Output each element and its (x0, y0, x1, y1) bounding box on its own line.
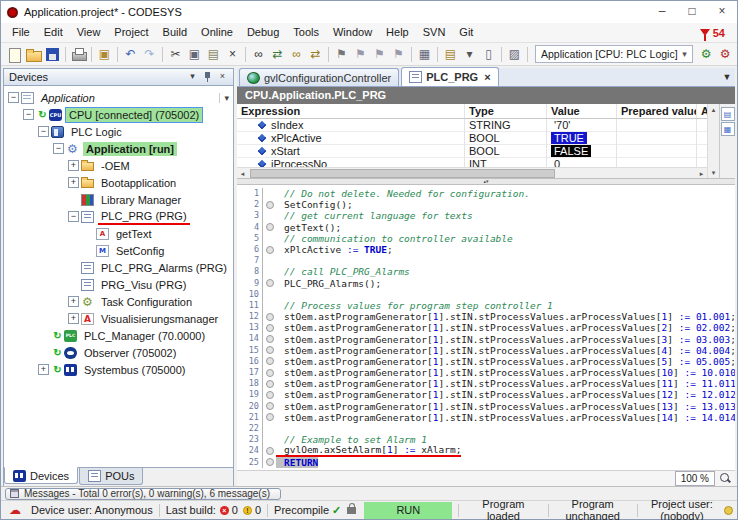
code-text[interactable] (276, 423, 290, 434)
tree-item[interactable]: −PLC_PRG (PRG) (4, 208, 233, 225)
code-text[interactable]: RETURN (276, 457, 318, 468)
tab-gvlConfigurationController[interactable]: gvlConfigurationController (239, 68, 399, 86)
batch-button[interactable]: ▨ (505, 45, 524, 64)
code-text[interactable]: stOem.astProgramGenerator[1].stIN.stProc… (276, 389, 735, 400)
breakpoint-marker[interactable] (263, 311, 276, 322)
code-text[interactable]: // communication to controller available (276, 233, 513, 244)
expander-icon[interactable]: + (68, 177, 79, 188)
expander-icon[interactable]: + (68, 313, 79, 324)
messages-tab[interactable]: Messages - Total 0 error(s), 0 warning(s… (5, 488, 281, 500)
find-in-project-button[interactable]: ∞ (287, 45, 306, 64)
value-cell[interactable]: FALSE (547, 145, 617, 158)
code-line[interactable]: 12stOem.astProgramGenerator[1].stIN.stPr… (237, 311, 735, 322)
breakpoint-marker[interactable] (263, 367, 276, 378)
generate-dropdown-button[interactable]: ▾ (460, 45, 479, 64)
pin-icon[interactable] (200, 70, 215, 84)
hscroll-thumb[interactable] (250, 169, 555, 178)
code-line[interactable]: 10 (237, 289, 735, 300)
code-line[interactable]: 22 (237, 423, 735, 434)
tree-item[interactable]: AgetText (4, 225, 233, 242)
tree-item[interactable]: −Application▾ (4, 89, 233, 106)
value-cell[interactable]: 0 (547, 158, 617, 168)
code-text[interactable]: stOem.astProgramGenerator[1].stIN.stProc… (276, 378, 735, 389)
breakpoint-marker[interactable] (263, 333, 276, 344)
code-text[interactable]: getText(); (276, 222, 341, 233)
code-line[interactable]: 9PLC_PRG_Alarms(); (237, 278, 735, 289)
code-text[interactable]: xPlcActive := TRUE; (276, 244, 393, 255)
print-button[interactable] (69, 45, 88, 64)
project-settings-button[interactable]: ▯ (479, 45, 498, 64)
close-icon[interactable]: × (484, 71, 490, 83)
logout-button[interactable]: ⚙ (716, 45, 735, 64)
value-cell[interactable]: '70' (547, 119, 617, 132)
code-text[interactable]: // Do not delete. Needed for configurati… (276, 188, 530, 199)
breakpoint-marker[interactable] (263, 389, 276, 400)
code-text[interactable]: stOem.astProgramGenerator[1].stIN.stProc… (276, 356, 735, 367)
panel-tab-devices[interactable]: Devices (4, 467, 78, 484)
breakpoint-marker[interactable] (263, 356, 276, 367)
menu-online[interactable]: Online (194, 23, 240, 42)
code-line[interactable]: 15stOem.astProgramGenerator[1].stIN.stPr… (237, 345, 735, 356)
minimize-button[interactable]: – (647, 1, 677, 23)
code-line[interactable]: 13stOem.astProgramGenerator[1].stIN.stPr… (237, 322, 735, 333)
panel-menu-icon[interactable]: ▾ (185, 70, 200, 84)
table-view-button[interactable]: ▦ (721, 122, 735, 136)
code-text[interactable]: stOem.astProgramGenerator[1].stIN.stProc… (276, 401, 735, 412)
breakpoint-marker[interactable] (263, 322, 276, 333)
code-line[interactable]: 18stOem.astProgramGenerator[1].stIN.stPr… (237, 378, 735, 389)
find-button[interactable]: ∞ (249, 45, 268, 64)
code-text[interactable]: // get current language for texts (276, 210, 473, 221)
expander-icon[interactable]: − (8, 92, 19, 103)
bookmark-clear-button[interactable]: ⚑ (389, 45, 408, 64)
prepared-value-cell[interactable] (617, 158, 697, 168)
code-line[interactable]: 17stOem.astProgramGenerator[1].stIN.stPr… (237, 367, 735, 378)
hscroll-track[interactable] (248, 168, 696, 179)
scroll-down-icon[interactable]: ▾ (708, 167, 719, 178)
tree-item[interactable]: +Visualisierungsmanager (4, 310, 233, 327)
menu-project[interactable]: Project (107, 23, 155, 42)
breakpoint-marker[interactable] (263, 457, 276, 468)
declaration-view-button[interactable]: ▤ (721, 107, 735, 121)
build-button[interactable]: ▦ (415, 45, 434, 64)
code-text[interactable] (276, 289, 290, 300)
code-text[interactable]: PLC_PRG_Alarms(); (276, 278, 381, 289)
tree-item[interactable]: −PLC Logic (4, 123, 233, 140)
code-text[interactable]: gvlOem.axSetAlarm[1] := xAlarm; (276, 444, 461, 457)
code-line[interactable]: 7 (237, 255, 735, 266)
panel-tab-pous[interactable]: POUs (79, 468, 143, 485)
tree-item[interactable]: +Bootapplication (4, 174, 233, 191)
copy-button[interactable]: ▣ (185, 45, 204, 64)
code-text[interactable]: stOem.astProgramGenerator[1].stIN.stProc… (276, 412, 735, 423)
menu-help[interactable]: Help (379, 23, 416, 42)
code-text[interactable]: stOem.astProgramGenerator[1].stIN.stProc… (276, 367, 735, 378)
code-line[interactable]: 14stOem.astProgramGenerator[1].stIN.stPr… (237, 333, 735, 344)
replace-in-project-button[interactable]: ⇄ (306, 45, 325, 64)
cut-button[interactable]: ✂ (166, 45, 185, 64)
expander-icon[interactable]: − (23, 109, 34, 120)
code-text[interactable]: stOem.astProgramGenerator[1].stIN.stProc… (276, 322, 735, 333)
expander-icon[interactable]: − (53, 143, 64, 154)
expander-icon[interactable]: + (68, 296, 79, 307)
code-editor[interactable]: 1// Do not delete. Needed for configurat… (237, 185, 735, 470)
panel-close-icon[interactable]: × (215, 70, 230, 84)
expander-icon[interactable]: + (38, 364, 49, 375)
scroll-left-icon[interactable]: ◂ (237, 168, 248, 179)
watch-row[interactable]: sIndexSTRING'70' (237, 119, 707, 132)
menu-tools[interactable]: Tools (286, 23, 326, 42)
save-project-button[interactable] (43, 45, 62, 64)
code-line[interactable]: 11// Process values for program step con… (237, 300, 735, 311)
menu-build[interactable]: Build (156, 23, 194, 42)
bookmark-toggle-button[interactable]: ⚑ (332, 45, 351, 64)
login-button[interactable]: ⚙ (697, 45, 716, 64)
generate-code-button[interactable]: ▤ (441, 45, 460, 64)
tree-item[interactable]: +-OEM (4, 157, 233, 174)
menu-svn[interactable]: SVN (416, 23, 453, 42)
tree-item[interactable]: −Application [run] (4, 140, 233, 157)
value-cell[interactable]: TRUE (547, 132, 617, 145)
breakpoint-marker[interactable] (263, 445, 276, 456)
scroll-up-icon[interactable]: ▴ (708, 104, 719, 115)
code-line[interactable]: 21stOem.astProgramGenerator[1].stIN.stPr… (237, 412, 735, 423)
code-line[interactable]: 19stOem.astProgramGenerator[1].stIN.stPr… (237, 389, 735, 400)
tab-PLC_PRG[interactable]: PLC_PRG× (401, 67, 498, 86)
code-text[interactable]: SetConfig(); (276, 199, 353, 210)
